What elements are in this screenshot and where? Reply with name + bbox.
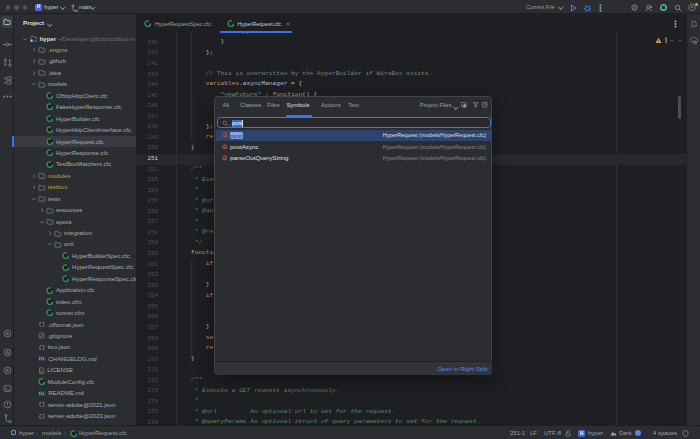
svg-text:@: @ [632,4,636,9]
